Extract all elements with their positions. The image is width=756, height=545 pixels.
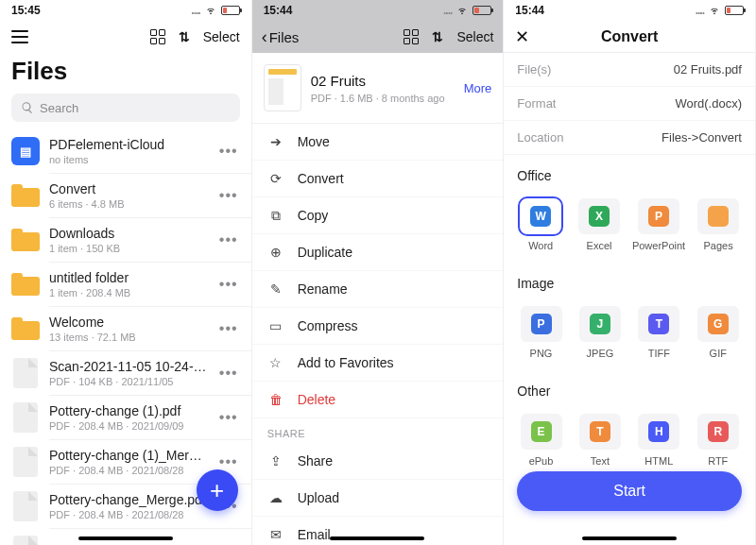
file-name: Pottery-change (1).pdf [49,403,208,418]
actions-pane: 15:44 .... ‹ Files ⇅ Select 02 Fruits PD… [252,0,505,545]
other-section-title: Other [504,370,755,404]
more-icon[interactable]: ••• [217,143,240,160]
status-time: 15:44 [264,4,293,17]
battery-icon [221,6,240,15]
format-epub[interactable]: EePub [513,408,568,472]
select-button[interactable]: Select [456,29,493,44]
file-meta: PDF · 208.4 MB · 2021/09/09 [49,420,208,432]
folder-icon [11,184,40,207]
action-copy[interactable]: ⧉Copy [252,197,504,234]
format-text[interactable]: TText [573,408,627,472]
more-icon[interactable]: ••• [217,320,240,337]
info-value: 02 Fruits.pdf [674,62,742,77]
select-button[interactable]: Select [203,29,240,44]
more-icon[interactable]: ••• [217,365,240,382]
navbar: ✕ Convert [504,21,755,53]
action-duplicate[interactable]: ⊕Duplicate [252,234,504,271]
format-jpeg[interactable]: JJPEG [573,300,627,365]
file-name: PDFelement-iCloud [49,137,208,152]
file-row[interactable]: Downloads 1 item · 150 KB ••• [0,218,251,262]
file-row[interactable]: Convert 6 items · 4.8 MB ••• [0,174,251,217]
start-button[interactable]: Start [517,471,742,511]
sort-icon[interactable]: ⇅ [432,29,443,44]
file-meta: PDF · 208.4 MB · 2021/08/28 [49,465,208,476]
file-name: 02 Fruits [311,73,455,89]
grid-view-icon[interactable] [404,29,419,44]
action-upload[interactable]: ☁Upload [252,480,504,517]
action-label: Compress [298,318,358,333]
file-row[interactable]: ▤ PDFelement-iCloud no items ••• [0,129,251,173]
action-favorite[interactable]: ☆Add to Favorites [252,345,504,382]
format-pages[interactable]: Pages [691,193,746,257]
battery-icon [725,6,744,15]
more-icon[interactable]: ••• [217,276,240,293]
file-row[interactable]: untitled folder 1 item · 208.4 MB ••• [0,263,251,306]
status-bar: 15:45 .... [0,0,251,21]
search-icon [21,101,34,114]
office-section-title: Office [504,155,755,189]
search-input[interactable]: Search [11,94,240,122]
convert-icon: ⟳ [267,170,284,187]
action-delete[interactable]: 🗑Delete [252,382,504,418]
format-excel[interactable]: XExcel [572,193,627,257]
file-row[interactable]: Scan-2021-11-05 10-24-37.pdf PDF · 104 K… [0,351,251,395]
action-move[interactable]: ➔Move [252,124,504,161]
more-icon[interactable]: ••• [217,409,240,426]
file-meta: 1 item · 150 KB [49,243,208,254]
file-icon [13,491,38,521]
action-compress[interactable]: ▭Compress [252,308,504,345]
action-convert[interactable]: ⟳Convert [252,161,504,197]
wifi-icon [455,6,469,15]
file-meta: no items [49,154,208,165]
chevron-left-icon: ‹ [262,27,267,47]
more-icon[interactable]: ••• [217,453,240,470]
format-rtf[interactable]: RRTF [691,408,746,472]
signal-icon: .... [696,4,704,17]
format-word[interactable]: WWord [513,193,568,257]
folder-icon [11,229,40,251]
search-placeholder: Search [40,101,78,115]
file-icon [13,536,38,545]
more-button[interactable]: More [464,81,492,95]
file-name: Welcome [49,315,208,330]
app-icon: ▤ [11,137,40,165]
file-row[interactable]: Welcome 13 items · 72.1 MB ••• [0,307,251,350]
add-button[interactable]: + [197,469,238,511]
email-icon: ✉ [267,526,284,543]
format-tiff[interactable]: TTIFF [631,300,686,365]
status-time: 15:44 [515,4,544,17]
file-name: Downloads [49,226,208,241]
format-png[interactable]: PPNG [513,300,568,365]
sort-icon[interactable]: ⇅ [179,29,190,44]
battery-icon [472,6,491,15]
upload-icon: ☁ [267,489,284,506]
action-share[interactable]: ⇪Share [252,443,504,480]
more-icon[interactable]: ••• [217,187,240,204]
signal-icon: .... [443,4,452,17]
other-grid: EePubTTextHHTMLRRTF [504,404,755,478]
move-icon: ➔ [267,133,284,150]
close-button[interactable]: ✕ [515,26,529,47]
format-label: JPEG [587,348,614,359]
file-row[interactable]: Pottery-change (1).pdf PDF · 208.4 MB · … [0,396,251,439]
format-gif[interactable]: GGIF [691,300,746,365]
action-rename[interactable]: ✎Rename [252,271,504,308]
format-html[interactable]: HHTML [631,408,686,472]
format-label: Pages [703,240,732,251]
format-label: HTML [644,455,673,467]
file-meta: PDF · 208.4 MB · 2021/08/28 [49,509,208,520]
action-label: Upload [298,490,339,505]
menu-icon[interactable] [11,30,28,43]
format-powerpoint[interactable]: PPowerPoint [630,193,687,257]
home-indicator [582,536,677,540]
signal-icon: .... [191,4,199,17]
action-email[interactable]: ✉Email [252,517,504,545]
copy-icon: ⧉ [267,207,284,224]
file-name: Convert [49,181,208,196]
grid-view-icon[interactable] [150,29,165,44]
home-indicator [330,536,424,540]
back-button[interactable]: ‹ Files [262,27,300,47]
more-icon[interactable]: ••• [217,231,240,248]
action-label: Convert [298,171,344,186]
folder-icon [11,273,40,296]
